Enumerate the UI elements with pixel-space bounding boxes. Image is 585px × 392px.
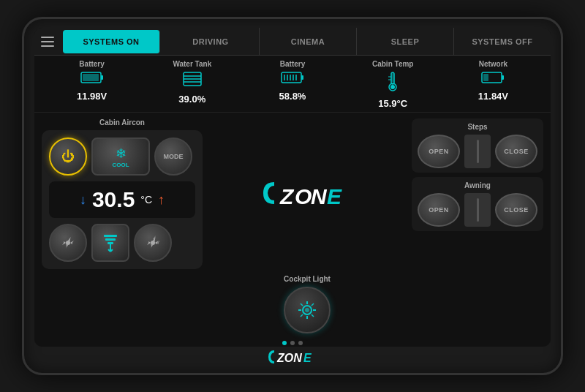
svg-rect-25: [105, 238, 116, 241]
svg-text:E: E: [327, 184, 342, 208]
water-tank-label: Water Tank: [173, 60, 211, 68]
awning-label: Awning: [418, 181, 537, 189]
screen: SYSTEMS ON DRIVING CINEMA SLEEP SYSTEMS …: [34, 28, 551, 347]
thermometer-icon: [387, 71, 399, 95]
svg-point-23: [66, 241, 70, 245]
status-battery-2: Battery 58.8%: [242, 60, 342, 102]
steps-control-row: OPEN CLOSE: [418, 135, 537, 168]
battery-1-value: 11.98V: [77, 91, 107, 102]
aircon-bottom-row: [49, 224, 195, 262]
svg-text:E: E: [303, 352, 312, 364]
content-area: Cabin Aircon ⏻ ❄ COOL MODE: [34, 113, 551, 339]
device-frame: SYSTEMS ON DRIVING CINEMA SLEEP SYSTEMS …: [22, 17, 563, 375]
power-icon: ⏻: [61, 149, 75, 165]
svg-point-36: [305, 308, 309, 312]
svg-rect-24: [104, 235, 117, 237]
svg-rect-1: [101, 75, 103, 80]
nav-bar: SYSTEMS ON DRIVING CINEMA SLEEP SYSTEMS …: [34, 28, 551, 56]
svg-rect-26: [107, 242, 113, 244]
svg-rect-21: [502, 75, 504, 80]
status-cabin-temp: Cabin Temp 15.9°C: [343, 60, 443, 109]
svg-line-41: [301, 304, 303, 306]
aircon-temp-row: ↓ 30.5 °C ↑: [49, 181, 195, 218]
aircon-panel: ⏻ ❄ COOL MODE ↓ 30.5: [42, 130, 203, 269]
svg-text:O: O: [295, 184, 312, 208]
dot-2[interactable]: [290, 341, 295, 345]
svg-rect-15: [392, 73, 394, 83]
aircon-section-label: Cabin Aircon: [42, 118, 203, 127]
steps-section: Steps OPEN CLOSE: [412, 118, 543, 173]
dots-row: [34, 339, 551, 347]
awning-section: Awning OPEN CLOSE: [412, 177, 543, 231]
panel-left: Cabin Aircon ⏻ ❄ COOL MODE: [42, 118, 203, 333]
panel-right: Steps OPEN CLOSE Awning OPE: [412, 118, 543, 333]
network-icon: [481, 71, 505, 88]
status-water-tank: Water Tank 39.0%: [142, 60, 242, 105]
steps-label: Steps: [418, 123, 537, 131]
battery-2-value: 58.8%: [279, 91, 306, 102]
network-value: 11.84V: [478, 91, 508, 102]
cabin-temp-value: 15.9°C: [378, 98, 407, 109]
status-network: Network 11.84V: [443, 60, 543, 102]
aircon-top-row: ⏻ ❄ COOL MODE: [49, 137, 195, 176]
awning-close-button[interactable]: CLOSE: [495, 193, 537, 227]
aircon-mode-cool-button[interactable]: ❄ COOL: [91, 137, 150, 176]
battery-2-label: Battery: [280, 60, 305, 68]
svg-text:Z: Z: [279, 184, 295, 208]
svg-line-44: [301, 314, 303, 317]
svg-point-17: [390, 85, 395, 89]
svg-rect-22: [483, 74, 488, 81]
svg-line-42: [312, 314, 314, 317]
tab-systems-on[interactable]: SYSTEMS ON: [63, 30, 160, 53]
dot-3[interactable]: [298, 341, 303, 345]
panel-middle: Z O N E Cockpit Light: [208, 118, 406, 333]
cool-label: COOL: [112, 162, 129, 168]
svg-line-43: [312, 304, 314, 306]
awning-open-button[interactable]: OPEN: [418, 193, 460, 227]
czone-logo-area: Z O N E: [260, 118, 355, 268]
temp-unit: °C: [140, 194, 152, 206]
steps-slider[interactable]: [464, 135, 491, 168]
tab-cinema[interactable]: CINEMA: [260, 28, 357, 56]
aircon-fan-high-button[interactable]: [134, 224, 172, 262]
awning-slider-line: [477, 198, 479, 222]
aircon-power-button[interactable]: ⏻: [49, 137, 87, 176]
awning-control-row: OPEN CLOSE: [418, 193, 537, 227]
svg-rect-2: [83, 74, 99, 81]
temp-down-button[interactable]: ↓: [80, 192, 86, 208]
water-tank-value: 39.0%: [178, 94, 205, 105]
aircon-filter-button[interactable]: [91, 224, 129, 262]
cockpit-light-button[interactable]: [284, 287, 331, 333]
svg-text:ZON: ZON: [276, 352, 302, 364]
device-bottom: ZON E: [267, 347, 318, 367]
snowflake-icon: ❄: [116, 146, 127, 162]
tab-driving[interactable]: DRIVING: [162, 28, 260, 56]
battery-1-icon: [80, 71, 104, 88]
temp-up-button[interactable]: ↑: [158, 192, 165, 208]
tab-sleep[interactable]: SLEEP: [357, 28, 454, 56]
aircon-mode-button[interactable]: MODE: [154, 137, 192, 176]
dot-1[interactable]: [282, 341, 287, 345]
mode-icon: MODE: [164, 153, 184, 160]
water-tank-icon: [182, 71, 203, 91]
svg-point-30: [151, 241, 155, 245]
status-row: Battery 11.98V Water Tank: [34, 56, 551, 113]
tab-systems-off[interactable]: SYSTEMS OFF: [454, 28, 551, 56]
aircon-fan-low-button[interactable]: [49, 224, 87, 262]
steps-open-button[interactable]: OPEN: [418, 135, 460, 168]
awning-slider[interactable]: [464, 193, 491, 227]
status-battery-1: Battery 11.98V: [42, 60, 142, 102]
cabin-temp-label: Cabin Temp: [372, 60, 413, 68]
menu-icon[interactable]: [34, 28, 61, 56]
steps-close-button[interactable]: CLOSE: [495, 135, 537, 168]
cockpit-section: Cockpit Light: [208, 275, 406, 333]
svg-text:N: N: [311, 184, 328, 208]
steps-slider-line: [477, 140, 479, 163]
battery-2-icon: [281, 71, 304, 88]
aircon-temp-value: 30.5: [92, 187, 135, 212]
battery-1-label: Battery: [79, 60, 104, 68]
czone-logo: Z O N E: [260, 175, 355, 211]
czone-logo-bottom: ZON E: [267, 348, 318, 366]
network-label: Network: [479, 60, 507, 68]
svg-rect-8: [301, 75, 303, 80]
